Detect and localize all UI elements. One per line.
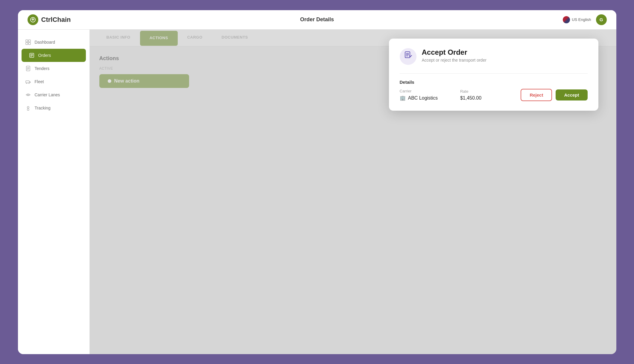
order-document-icon	[404, 51, 412, 62]
rate-col-label: Rate	[460, 89, 521, 94]
header: CtrlChain Order Details US English G	[18, 10, 616, 30]
carrier-col-label: Carrier	[400, 89, 460, 93]
sidebar-item-tenders[interactable]: Tenders	[18, 62, 89, 75]
sidebar-label-fleet: Fleet	[35, 79, 44, 84]
logo-icon	[28, 14, 38, 25]
rate-value: $1,450.00	[460, 95, 481, 101]
svg-rect-3	[26, 42, 28, 45]
sidebar-item-tracking[interactable]: Tracking	[18, 101, 89, 115]
reject-button[interactable]: Reject	[521, 89, 552, 101]
sidebar-item-carrier-lanes[interactable]: Carrier Lanes	[18, 88, 89, 101]
lang-label: US English	[572, 17, 591, 22]
tracking-icon	[25, 105, 31, 111]
sidebar-label-dashboard: Dashboard	[35, 40, 55, 45]
modal-subtitle: Accept or reject the transport order	[422, 58, 486, 63]
modal-header: Accept Order Accept or reject the transp…	[400, 48, 588, 65]
rate-col-value: $1,450.00	[460, 95, 521, 101]
dashboard-icon	[25, 39, 31, 45]
logo-text: CtrlChain	[41, 16, 71, 24]
flag-icon	[563, 16, 570, 23]
details-label: Details	[400, 80, 588, 85]
page-title: Order Details	[300, 16, 334, 23]
accept-button[interactable]: Accept	[556, 89, 587, 100]
carrier-name: ABC Logistics	[408, 95, 438, 101]
tenders-icon	[25, 66, 31, 71]
sidebar-label-carrier-lanes: Carrier Lanes	[35, 92, 60, 97]
svg-point-8	[26, 83, 27, 83]
modal-icon-wrap	[400, 48, 416, 65]
carrier-col-value: 🏢 ABC Logistics	[400, 95, 460, 101]
content-area: BASIC INFO ACTIONS CARGO DOCUMENTS Actio…	[90, 30, 616, 354]
sidebar-label-orders: Orders	[38, 53, 51, 58]
rate-col: Rate $1,450.00	[460, 89, 521, 101]
modal-title: Accept Order	[422, 48, 486, 57]
svg-point-9	[28, 83, 29, 83]
carrier-lanes-icon	[25, 92, 31, 98]
svg-rect-2	[28, 40, 31, 42]
sidebar-label-tenders: Tenders	[35, 66, 50, 71]
details-row: Carrier 🏢 ABC Logistics Rate $1,450.00	[400, 89, 521, 101]
carrier-building-icon: 🏢	[400, 95, 406, 101]
svg-rect-7	[26, 81, 29, 83]
header-right: US English G	[563, 14, 606, 25]
svg-rect-1	[26, 40, 28, 42]
sidebar-item-fleet[interactable]: Fleet	[18, 75, 89, 88]
sidebar: Dashboard Orders Tenders	[18, 30, 90, 354]
logo-area: CtrlChain	[28, 14, 71, 25]
modal-title-area: Accept Order Accept or reject the transp…	[422, 48, 486, 63]
sidebar-item-orders[interactable]: Orders	[22, 49, 86, 62]
fleet-icon	[25, 79, 31, 85]
language-selector[interactable]: US English	[563, 16, 591, 23]
app-frame: CtrlChain Order Details US English G	[18, 10, 616, 354]
details-footer: Carrier 🏢 ABC Logistics Rate $1,450.00	[400, 89, 588, 101]
svg-rect-4	[28, 42, 31, 45]
sidebar-label-tracking: Tracking	[35, 106, 51, 110]
svg-point-10	[27, 94, 29, 95]
main-layout: Dashboard Orders Tenders	[18, 30, 616, 354]
sidebar-item-dashboard[interactable]: Dashboard	[18, 36, 89, 49]
user-avatar[interactable]: G	[596, 14, 607, 25]
carrier-col: Carrier 🏢 ABC Logistics	[400, 89, 460, 101]
orders-icon	[29, 52, 35, 58]
modal-actions: Reject Accept	[521, 89, 587, 101]
modal-overlay[interactable]: Accept Order Accept or reject the transp…	[90, 30, 616, 354]
modal-divider	[400, 73, 588, 74]
accept-order-modal: Accept Order Accept or reject the transp…	[389, 39, 598, 111]
